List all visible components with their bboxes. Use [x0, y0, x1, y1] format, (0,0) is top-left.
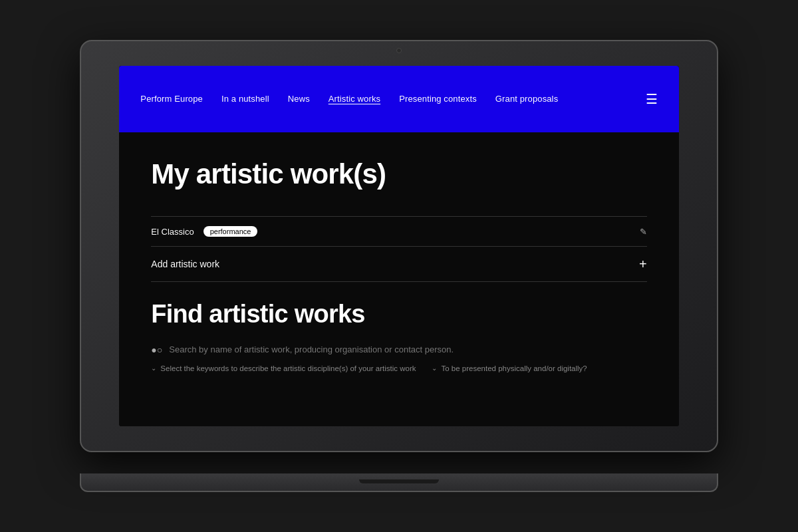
nav-grant-proposals[interactable]: Grant proposals: [495, 94, 558, 104]
works-list: El Classico performance ✎ Add artistic w…: [151, 216, 646, 282]
search-input-placeholder[interactable]: Search by name of artistic work, produci…: [169, 344, 454, 354]
presentation-filter[interactable]: ⌄ To be presented physically and/or digi…: [432, 364, 587, 372]
find-artistic-works-section: Find artistic works ●○ Search by name of…: [151, 301, 646, 372]
add-work-label: Add artistic work: [151, 259, 219, 269]
chevron-down-icon: ⌄: [151, 364, 156, 372]
screen-bezel: Perform Europe In a nutshell News Artist…: [119, 66, 678, 426]
presentation-filter-label: To be presented physically and/or digita…: [441, 364, 587, 372]
search-icon: ●○: [151, 344, 162, 355]
chevron-down-icon: ⌄: [432, 364, 437, 372]
work-type-badge: performance: [203, 226, 258, 237]
laptop-hinge-notch: [359, 479, 439, 483]
laptop-body: Perform Europe In a nutshell News Artist…: [80, 40, 718, 452]
table-row: El Classico performance ✎: [151, 217, 646, 247]
work-item-left: El Classico performance: [151, 226, 257, 237]
search-row: ●○ Search by name of artistic work, prod…: [151, 344, 646, 355]
discipline-filter-label: Select the keywords to describe the arti…: [160, 364, 416, 372]
laptop-frame: Perform Europe In a nutshell News Artist…: [80, 40, 718, 492]
main-content: My artistic work(s) El Classico performa…: [119, 132, 678, 426]
screen-content: Perform Europe In a nutshell News Artist…: [119, 66, 678, 426]
work-title: El Classico: [151, 227, 194, 237]
edit-icon[interactable]: ✎: [640, 227, 647, 237]
add-artistic-work-button[interactable]: Add artistic work +: [151, 247, 646, 282]
filter-row: ⌄ Select the keywords to describe the ar…: [151, 364, 646, 372]
page-title: My artistic work(s): [151, 159, 646, 190]
navigation-bar: Perform Europe In a nutshell News Artist…: [119, 66, 678, 132]
find-section-title: Find artistic works: [151, 301, 646, 329]
nav-in-a-nutshell[interactable]: In a nutshell: [221, 94, 269, 104]
nav-artistic-works[interactable]: Artistic works: [329, 94, 380, 104]
nav-news[interactable]: News: [288, 94, 310, 104]
camera-notch: [396, 48, 402, 53]
laptop-base: [80, 473, 718, 492]
discipline-filter[interactable]: ⌄ Select the keywords to describe the ar…: [151, 364, 416, 372]
nav-perform-europe[interactable]: Perform Europe: [140, 94, 203, 104]
nav-presenting-contexts[interactable]: Presenting contexts: [399, 94, 477, 104]
nav-links: Perform Europe In a nutshell News Artist…: [140, 94, 558, 104]
add-icon: +: [639, 257, 647, 271]
hamburger-menu-button[interactable]: ☰: [646, 92, 658, 106]
